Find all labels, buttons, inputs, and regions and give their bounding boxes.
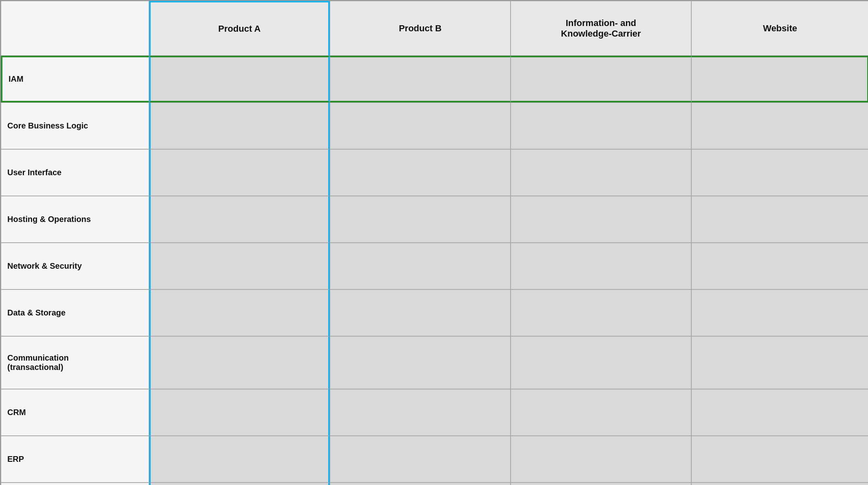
row-comm-product-b — [330, 336, 511, 389]
row-network-website — [691, 243, 868, 289]
row-comm-product-a — [149, 336, 330, 389]
row-iam-product-a — [149, 56, 330, 102]
row-core-product-a — [149, 102, 330, 149]
row-support-info — [511, 483, 691, 485]
row-crm-label: CRM — [1, 389, 149, 436]
row-core-product-b — [330, 102, 511, 149]
row-network-info — [511, 243, 691, 289]
row-iam-label: IAM — [1, 56, 149, 102]
row-support-label: Customer Support — [1, 483, 149, 485]
row-core-info — [511, 102, 691, 149]
header-info-knowledge: Information- and Knowledge-Carrier — [511, 1, 691, 56]
header-product-b: Product B — [330, 1, 511, 56]
row-core-website — [691, 102, 868, 149]
row-data-label: Data & Storage — [1, 289, 149, 336]
row-support-product-a — [149, 483, 330, 485]
row-erp-website — [691, 436, 868, 483]
header-col0 — [1, 1, 149, 56]
row-iam-product-b — [330, 56, 511, 102]
row-data-product-b — [330, 289, 511, 336]
row-comm-label: Communication (transactional) — [1, 336, 149, 389]
row-iam-website — [691, 56, 868, 102]
row-erp-product-b — [330, 436, 511, 483]
main-grid: Product A Product B Information- and Kno… — [0, 0, 868, 485]
row-crm-product-a — [149, 389, 330, 436]
row-erp-product-a — [149, 436, 330, 483]
row-comm-website — [691, 336, 868, 389]
row-hosting-website — [691, 196, 868, 243]
row-hosting-info — [511, 196, 691, 243]
header-website: Website — [691, 1, 868, 56]
row-data-product-a — [149, 289, 330, 336]
row-ui-product-b — [330, 149, 511, 196]
row-erp-label: ERP — [1, 436, 149, 483]
row-crm-info — [511, 389, 691, 436]
row-hosting-product-b — [330, 196, 511, 243]
row-hosting-label: Hosting & Operations — [1, 196, 149, 243]
row-network-label: Network & Security — [1, 243, 149, 289]
row-comm-info — [511, 336, 691, 389]
row-support-website — [691, 483, 868, 485]
row-ui-website — [691, 149, 868, 196]
row-core-label: Core Business Logic — [1, 102, 149, 149]
row-hosting-product-a — [149, 196, 330, 243]
row-erp-info — [511, 436, 691, 483]
row-iam-info — [511, 56, 691, 102]
row-network-product-a — [149, 243, 330, 289]
row-crm-website — [691, 389, 868, 436]
row-ui-info — [511, 149, 691, 196]
row-data-info — [511, 289, 691, 336]
row-data-website — [691, 289, 868, 336]
row-network-product-b — [330, 243, 511, 289]
row-ui-label: User Interface — [1, 149, 149, 196]
row-crm-product-b — [330, 389, 511, 436]
row-ui-product-a — [149, 149, 330, 196]
header-product-a: Product A — [149, 1, 330, 56]
row-support-product-b — [330, 483, 511, 485]
